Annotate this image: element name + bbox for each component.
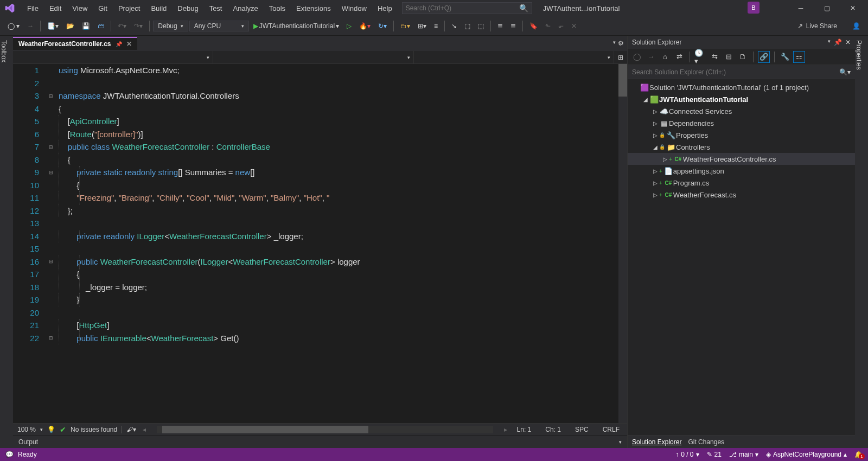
user-avatar[interactable]: B (748, 2, 760, 14)
status-branch[interactable]: ⎇main ▾ (729, 451, 758, 458)
sol-home-button[interactable]: ⌂ (659, 51, 671, 63)
issues-label[interactable]: No issues found (71, 426, 117, 433)
cursor-line[interactable]: Ln: 1 (514, 426, 535, 433)
sol-switch-views-button[interactable]: ⇄ (673, 51, 685, 63)
clear-bookmarks-button[interactable]: ✕ (568, 21, 580, 31)
sol-show-all-button[interactable]: 🗋 (737, 51, 749, 63)
tab-settings-icon[interactable]: ⚙ (618, 40, 624, 47)
browser-button[interactable]: 🗀▾ (397, 21, 413, 31)
panel-dropdown-icon[interactable]: ▾ (828, 39, 831, 46)
close-panel-icon[interactable]: ✕ (845, 39, 851, 46)
active-tab[interactable]: WeatherForecastController.cs 📌 ✕ (13, 37, 137, 50)
menu-build[interactable]: Build (145, 2, 172, 15)
quick-search-input[interactable] (406, 4, 519, 12)
menu-debug[interactable]: Debug (172, 2, 203, 15)
h-scrollbar-thumb[interactable] (162, 426, 368, 433)
close-button[interactable]: ✕ (846, 2, 859, 15)
eol-mode[interactable]: CRLF (599, 426, 623, 433)
menu-file[interactable]: File (22, 2, 44, 15)
menu-project[interactable]: Project (113, 2, 145, 15)
tree-row[interactable]: ▷+C#WeatherForecastController.cs (628, 153, 855, 165)
config-dropdown[interactable]: Debug ▾ (153, 21, 188, 31)
indent-mode[interactable]: SPC (572, 426, 592, 433)
outdent-button[interactable]: ≣ (507, 21, 519, 31)
chat-icon[interactable]: 💬 (5, 451, 14, 458)
platform-dropdown[interactable]: Any CPU ▾ (189, 21, 249, 31)
sol-forward-button[interactable]: → (645, 51, 657, 63)
maximize-button[interactable]: ▢ (820, 2, 833, 15)
tree-row[interactable]: ▷+📄appsettings.json (628, 165, 855, 177)
tab-solution-explorer[interactable]: Solution Explorer (632, 438, 681, 446)
split-icon[interactable]: ⊞ (614, 51, 627, 63)
menu-analyze[interactable]: Analyze (227, 2, 263, 15)
solution-explorer-header[interactable]: Solution Explorer ▾ 📌 ✕ (628, 36, 855, 49)
nav-member-dropdown[interactable]: ▾ (414, 51, 614, 63)
step-into-button[interactable]: ↘ (448, 21, 460, 31)
sol-properties-button[interactable]: 🔧 (779, 51, 791, 63)
hot-reload-button[interactable]: 🔥▾ (356, 21, 374, 31)
sol-filter-button[interactable]: ⚏ (793, 51, 805, 63)
zoom-level[interactable]: 100 % (17, 426, 36, 433)
bookmark-button[interactable]: 🔖 (526, 21, 541, 31)
notifications-button[interactable]: 🔔 (854, 451, 863, 458)
menu-tools[interactable]: Tools (264, 2, 291, 15)
scroll-left-icon[interactable]: ◂ (143, 426, 146, 433)
lightbulb-icon[interactable]: 💡 (47, 426, 55, 433)
sol-collapse-button[interactable]: ⊟ (723, 51, 735, 63)
fold-column[interactable]: ⊟⊟⊟⊟⊟ (46, 64, 56, 423)
pin-icon[interactable]: 📌 (116, 41, 122, 47)
tree-row[interactable]: ▷🔒🔧Properties (628, 129, 855, 141)
tab-git-changes[interactable]: Git Changes (688, 438, 724, 446)
solution-search[interactable]: 🔍▾ (628, 65, 855, 79)
tree-row[interactable]: ◢🔒📁Controllers (628, 141, 855, 153)
new-project-button[interactable]: 📑▾ (44, 21, 62, 31)
redo-button[interactable]: ↷▾ (131, 21, 146, 31)
tree-row[interactable]: ▷▦Dependencies (628, 117, 855, 129)
align-button[interactable]: ≡ (431, 21, 441, 31)
menu-view[interactable]: View (67, 2, 93, 15)
cursor-char[interactable]: Ch: 1 (542, 426, 564, 433)
tab-close-icon[interactable]: ✕ (126, 40, 132, 48)
sol-back-button[interactable]: ◯ (631, 51, 643, 63)
output-panel-header[interactable]: Output ▾ (13, 435, 627, 448)
next-bookmark-button[interactable]: ⬐ (555, 21, 567, 31)
tree-row[interactable]: 🟪Solution 'JWTAuthenticationTutorial' (1… (628, 81, 855, 93)
toolbox-tab[interactable]: Toolbox (0, 36, 13, 448)
code-content[interactable]: using Microsoft.AspNetCore.Mvc;namespace… (56, 64, 627, 423)
menu-test[interactable]: Test (204, 2, 228, 15)
sol-sync-button[interactable]: ⇆ (709, 51, 720, 63)
solution-search-input[interactable] (632, 68, 839, 76)
back-button[interactable]: ◯ ▾ (4, 21, 23, 31)
nav-button[interactable]: ⊞▾ (414, 21, 430, 31)
vertical-scrollbar[interactable] (618, 64, 627, 423)
open-button[interactable]: 📂 (63, 21, 78, 31)
nav-project-dropdown[interactable]: ▾ (13, 51, 213, 63)
output-dropdown-icon[interactable]: ▾ (619, 439, 622, 445)
start-button[interactable]: ▶ JWTAuthenticationTutorial ▾ (250, 21, 342, 31)
scrollbar-thumb[interactable] (618, 64, 627, 97)
nav-class-dropdown[interactable]: ▾ (213, 51, 413, 63)
solution-tree[interactable]: 🟪Solution 'JWTAuthenticationTutorial' (1… (628, 79, 855, 435)
scroll-right-icon[interactable]: ▸ (504, 426, 507, 433)
feedback-button[interactable]: 👤 (849, 21, 864, 31)
quick-search[interactable]: 🔍 (402, 2, 532, 14)
save-all-button[interactable]: 🗃 (94, 21, 107, 31)
forward-button[interactable]: → (24, 21, 37, 31)
properties-tab[interactable]: Properties (855, 36, 868, 448)
status-errors[interactable]: ↑0 / 0 ▾ (675, 451, 699, 458)
code-editor[interactable]: 12345678910111213141516171819202122 ⊟⊟⊟⊟… (13, 64, 627, 423)
tabs-dropdown-icon[interactable]: ▾ (613, 40, 616, 47)
live-share-button[interactable]: ↗Live Share (793, 20, 841, 32)
save-button[interactable]: 💾 (79, 21, 93, 31)
sol-preview-button[interactable]: 🔗 (758, 51, 770, 63)
menu-extensions[interactable]: Extensions (291, 2, 336, 15)
menu-window[interactable]: Window (336, 2, 372, 15)
status-repo[interactable]: ◈AspNetCorePlayground ▴ (766, 451, 847, 458)
tree-row[interactable]: ▷+C#WeatherForecast.cs (628, 189, 855, 201)
brush-icon[interactable]: 🖌▾ (126, 426, 136, 433)
restart-button[interactable]: ↻▾ (375, 21, 390, 31)
tree-row[interactable]: ◢🟩JWTAuthenticationTutorial (628, 93, 855, 105)
prev-bookmark-button[interactable]: ⬑ (542, 21, 554, 31)
start-without-debug-button[interactable]: ▷ (343, 21, 355, 31)
comment-button[interactable]: ⬚ (461, 21, 474, 31)
